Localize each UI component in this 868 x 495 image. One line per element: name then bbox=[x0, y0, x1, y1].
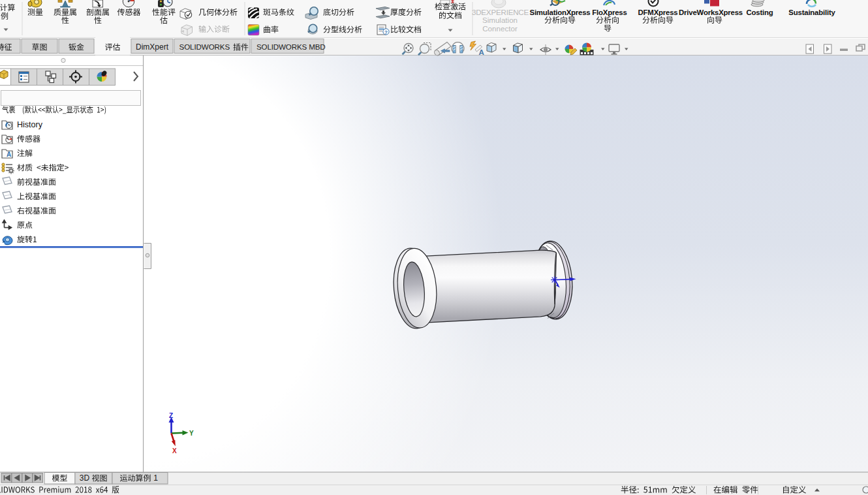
svg-text:Y: Y bbox=[189, 430, 194, 437]
svg-text:3D: 3D bbox=[80, 473, 90, 483]
svg-text:Costing: Costing bbox=[747, 8, 773, 16]
svg-text:Z: Z bbox=[169, 412, 173, 419]
svg-text:3DEXPERIENCE: 3DEXPERIENCE bbox=[472, 8, 529, 16]
svg-text:Sustainability: Sustainability bbox=[788, 8, 835, 16]
svg-text:SOLIDWORKS: SOLIDWORKS bbox=[179, 42, 230, 51]
svg-text:History: History bbox=[17, 120, 43, 129]
svg-text:A: A bbox=[479, 48, 484, 56]
svg-text:X: X bbox=[172, 447, 177, 455]
svg-text:DimXpert: DimXpert bbox=[136, 42, 169, 52]
svg-text:Connector: Connector bbox=[482, 24, 518, 33]
svg-text:DriveWorksXpress: DriveWorksXpress bbox=[679, 8, 743, 16]
svg-text:DFMXpress: DFMXpress bbox=[638, 8, 678, 16]
svg-text:?: ? bbox=[384, 29, 388, 35]
svg-text:SOLIDWORKS MBD: SOLIDWORKS MBD bbox=[256, 42, 325, 51]
svg-text:Simulation: Simulation bbox=[482, 16, 518, 24]
svg-text:A: A bbox=[7, 151, 11, 158]
svg-text:FloXpress: FloXpress bbox=[592, 8, 627, 16]
svg-text:SimulationXpress: SimulationXpress bbox=[529, 8, 590, 16]
svg-text:1: 1 bbox=[153, 473, 158, 483]
